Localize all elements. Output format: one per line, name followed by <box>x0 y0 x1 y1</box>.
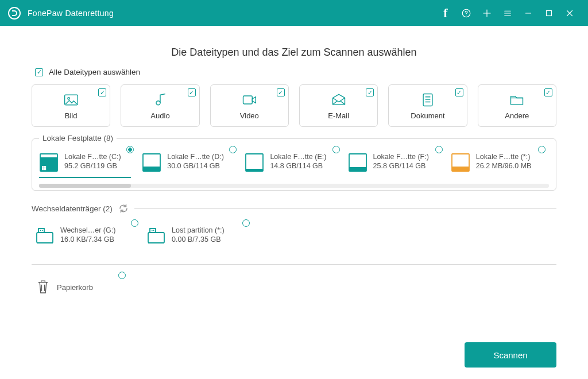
disk-icon <box>245 153 264 172</box>
drive-size: 30.0 GB/114 GB <box>167 162 224 170</box>
svg-rect-24 <box>42 230 43 231</box>
radio-icon <box>242 219 250 227</box>
scrollbar-thumb[interactable] <box>39 184 131 188</box>
checkbox-icon <box>98 88 106 96</box>
filetype-label: Audio <box>150 111 169 120</box>
filetype-other[interactable]: Andere <box>478 84 556 127</box>
radio-icon <box>229 146 237 153</box>
radio-icon <box>332 146 340 153</box>
filetype-label: Andere <box>505 111 529 120</box>
minimize-button[interactable] <box>518 0 539 26</box>
maximize-button[interactable] <box>539 0 559 26</box>
svg-rect-15 <box>143 167 160 171</box>
drive-name: Lokale F…tte (E:) <box>270 153 326 161</box>
document-icon <box>420 92 436 108</box>
recycle-bin[interactable]: Papierkorb <box>32 279 133 296</box>
filetype-label: Bild <box>65 111 78 120</box>
filetype-label: Dokument <box>411 111 444 120</box>
title-bar: FonePaw Datenrettung f <box>0 0 588 26</box>
svg-rect-28 <box>152 230 153 231</box>
usb-icon <box>35 226 55 246</box>
drive-size: 25.8 GB/114 GB <box>373 162 429 170</box>
svg-rect-26 <box>37 233 53 243</box>
menu-button[interactable] <box>497 0 518 26</box>
checkbox-icon <box>544 88 552 96</box>
svg-rect-16 <box>246 154 263 171</box>
svg-rect-31 <box>148 233 164 243</box>
drive-size: 16.0 KB/7.34 GB <box>60 235 115 243</box>
removable-drives-row: Wechsel…er (G:) 16.0 KB/7.34 GB Lost par… <box>32 225 556 247</box>
filetype-label: E-Mail <box>328 111 349 120</box>
drive-size: 0.00 B/7.35 GB <box>172 235 225 243</box>
svg-rect-22 <box>38 229 44 233</box>
filetype-row: Bild Audio Video E-Mail Dokument <box>32 84 556 127</box>
svg-rect-19 <box>349 167 366 171</box>
removable-drive[interactable]: Lost partition (*:) 0.00 B/7.35 GB <box>146 225 253 247</box>
filetype-video[interactable]: Video <box>210 84 289 127</box>
drive-size: 14.8 GB/114 GB <box>270 162 326 170</box>
svg-point-4 <box>68 97 70 99</box>
svg-rect-2 <box>547 10 552 16</box>
audio-icon <box>152 92 168 108</box>
drive-name: Lokale F…tte (C:) <box>64 153 121 161</box>
svg-rect-7 <box>423 94 432 106</box>
svg-rect-29 <box>153 230 154 231</box>
disk-icon <box>39 153 59 172</box>
usb-icon <box>146 226 166 246</box>
section-title-local: Lokale Festplatte (8) <box>39 134 117 142</box>
filetype-document[interactable]: Dokument <box>388 84 467 127</box>
radio-icon <box>435 146 443 153</box>
removable-drive[interactable]: Wechsel…er (G:) 16.0 KB/7.34 GB <box>35 225 142 247</box>
email-icon <box>331 92 347 108</box>
select-all-label: Alle Dateitypen auswählen <box>49 68 140 76</box>
local-drive[interactable]: Lokale F…tte (C:) 95.2 GB/119 GB <box>39 152 137 173</box>
facebook-button[interactable]: f <box>435 0 456 26</box>
checkbox-icon <box>455 88 463 96</box>
radio-icon <box>538 146 546 153</box>
filetype-label: Video <box>240 111 259 120</box>
help-button[interactable] <box>456 0 477 26</box>
svg-rect-23 <box>40 230 41 231</box>
filetype-audio[interactable]: Audio <box>121 84 199 127</box>
svg-rect-17 <box>246 169 263 171</box>
radio-icon <box>118 272 126 279</box>
app-title: FonePaw Datenrettung <box>28 9 114 18</box>
drive-name: Wechsel…er (G:) <box>60 226 115 234</box>
scan-button[interactable]: Scannen <box>465 342 556 368</box>
select-all-filetypes[interactable]: Alle Dateitypen auswählen <box>35 68 556 76</box>
local-drive[interactable]: Lokale F…tte (D:) 30.0 GB/114 GB <box>142 152 240 173</box>
local-drive[interactable]: Lokale F…tte (*:) 26.2 MB/96.0 MB <box>451 152 549 173</box>
filetype-image[interactable]: Bild <box>32 84 110 127</box>
add-button[interactable] <box>477 0 497 26</box>
trash-icon <box>35 279 51 296</box>
svg-rect-10 <box>42 166 44 168</box>
divider <box>32 264 556 265</box>
page-heading: Die Dateitypen und das Ziel zum Scannen … <box>32 47 556 59</box>
disk-icon <box>142 153 161 172</box>
divider <box>134 208 556 209</box>
drives-scrollbar[interactable] <box>39 184 549 188</box>
drive-name: Lokale F…tte (*:) <box>476 153 532 161</box>
close-button[interactable] <box>559 0 580 26</box>
svg-rect-27 <box>150 229 156 233</box>
svg-rect-21 <box>452 167 469 171</box>
video-icon <box>241 92 257 108</box>
drive-name: Lokale F…tte (F:) <box>373 153 429 161</box>
app-logo-icon <box>8 7 21 20</box>
radio-icon <box>126 146 134 153</box>
drive-size: 95.2 GB/119 GB <box>64 162 121 170</box>
svg-point-1 <box>466 15 467 16</box>
local-drive[interactable]: Lokale F…tte (E:) 14.8 GB/114 GB <box>245 152 343 173</box>
refresh-button[interactable] <box>118 203 129 214</box>
checkbox-icon <box>35 68 43 76</box>
folder-icon <box>509 92 525 108</box>
local-drive[interactable]: Lokale F…tte (F:) 25.8 GB/114 GB <box>348 152 446 173</box>
image-icon <box>63 92 79 108</box>
selected-drive-underline <box>39 177 131 178</box>
filetype-email[interactable]: E-Mail <box>299 84 378 127</box>
checkbox-icon <box>277 88 285 96</box>
disk-icon <box>348 153 368 172</box>
svg-rect-13 <box>44 168 46 170</box>
svg-rect-12 <box>42 168 44 170</box>
svg-rect-6 <box>243 96 253 104</box>
